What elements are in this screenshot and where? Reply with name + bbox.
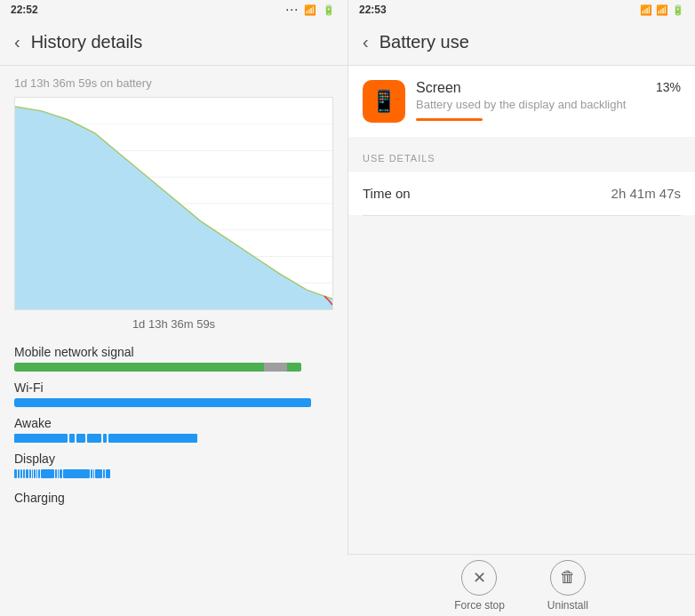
dc1 [14, 469, 17, 478]
app-description: Battery used by the display and backligh… [416, 98, 681, 111]
force-stop-icon-circle: ✕ [461, 560, 497, 596]
wifi-label: Wi-Fi [14, 380, 333, 395]
app-icon: 📱 [363, 80, 405, 123]
awake-chunk-2 [69, 434, 75, 443]
dc18 [95, 469, 102, 478]
dc3 [20, 469, 22, 478]
status-icons-left: ··· 📶 🔋 [286, 4, 337, 16]
dc10 [38, 469, 40, 478]
uninstall-button[interactable]: 🗑 Uninstall [547, 560, 588, 612]
dc9 [36, 469, 37, 478]
force-stop-icon: ✕ [473, 568, 486, 588]
chart-time-label: 1d 13h 36m 59s [0, 310, 348, 338]
signal-status-icon: 📶 [656, 4, 668, 16]
signal-section: Mobile network signal Wi-Fi Awake Displa… [0, 338, 348, 512]
app-item-section: 📱 Screen Battery used by the display and… [348, 66, 695, 137]
battery-duration-text: 1d 13h 36m 59s on battery [0, 66, 348, 97]
status-icons-right: 📶 📶 🔋 [640, 4, 684, 16]
detail-label-time-on: Time on [363, 186, 411, 201]
wifi-bar-fill [14, 398, 311, 407]
battery-chart [14, 97, 333, 310]
dc15 [63, 469, 90, 478]
status-time-left: 22:52 [11, 4, 38, 16]
mobile-signal-gray [264, 363, 287, 372]
header-left: ‹ History details [0, 20, 348, 66]
uninstall-icon: 🗑 [560, 568, 576, 587]
orange-progress-bar [416, 118, 483, 121]
display-chunks [14, 469, 333, 478]
svg-marker-7 [15, 107, 332, 309]
dc5 [26, 469, 28, 478]
awake-label: Awake [14, 416, 333, 430]
awake-chunk-4 [87, 434, 101, 443]
dc14 [60, 469, 62, 478]
charging-label: Charging [14, 487, 333, 508]
detail-value-time-on: 2h 41m 47s [611, 186, 681, 201]
status-bar-right: 22:53 📶 📶 🔋 [348, 0, 695, 20]
dc16 [91, 469, 92, 478]
dc13 [58, 469, 59, 478]
app-name: Screen [416, 80, 681, 96]
header-title-left: History details [31, 32, 143, 52]
force-stop-label: Force stop [454, 599, 505, 612]
dc17 [93, 469, 94, 478]
wifi-status-icon: 📶 [640, 4, 652, 16]
mobile-signal-bar [14, 363, 333, 372]
force-stop-button[interactable]: ✕ Force stop [454, 560, 505, 612]
awake-chunk-6 [108, 434, 197, 443]
dc11 [41, 469, 54, 478]
right-panel: 22:53 📶 📶 🔋 ‹ Battery use 📱 Screen Batte… [348, 0, 695, 616]
back-button-left[interactable]: ‹ [14, 32, 20, 52]
uninstall-label: Uninstall [547, 599, 588, 612]
header-title-right: Battery use [379, 32, 469, 52]
awake-bar [14, 434, 333, 443]
detail-row-time-on: Time on 2h 41m 47s [348, 171, 695, 215]
mobile-signal-green [14, 363, 301, 372]
dc7 [32, 469, 33, 478]
awake-chunks [14, 434, 333, 443]
dc2 [18, 469, 20, 478]
uninstall-icon-circle: 🗑 [550, 560, 586, 596]
display-bar [14, 469, 333, 478]
dc20 [106, 469, 110, 478]
left-panel: 22:52 ··· 📶 🔋 ‹ History details 1d 13h 3… [0, 0, 348, 616]
battery-icon: 🔋 [672, 4, 684, 16]
awake-chunk-1 [14, 434, 68, 443]
dc12 [55, 469, 57, 478]
bottom-actions: ✕ Force stop 🗑 Uninstall [348, 554, 695, 616]
app-info: Screen Battery used by the display and b… [416, 80, 681, 121]
header-right: ‹ Battery use [348, 20, 695, 66]
wifi-bar [14, 398, 333, 407]
back-button-right[interactable]: ‹ [363, 32, 369, 52]
status-time-right: 22:53 [359, 4, 387, 16]
app-percent: 13% [656, 80, 681, 94]
awake-chunk-3 [76, 434, 85, 443]
screen-icon: 📱 [371, 89, 397, 114]
awake-chunk-5 [103, 434, 107, 443]
divider [363, 215, 681, 216]
mobile-signal-label: Mobile network signal [14, 345, 333, 359]
battery-chart-svg [15, 98, 332, 309]
status-bar-left: 22:52 ··· 📶 🔋 [0, 0, 348, 20]
dc6 [29, 469, 31, 478]
use-details-header: USE DETAILS [348, 139, 695, 171]
dc4 [23, 469, 25, 478]
display-label: Display [14, 452, 333, 466]
dc8 [34, 469, 36, 478]
dc19 [103, 469, 105, 478]
